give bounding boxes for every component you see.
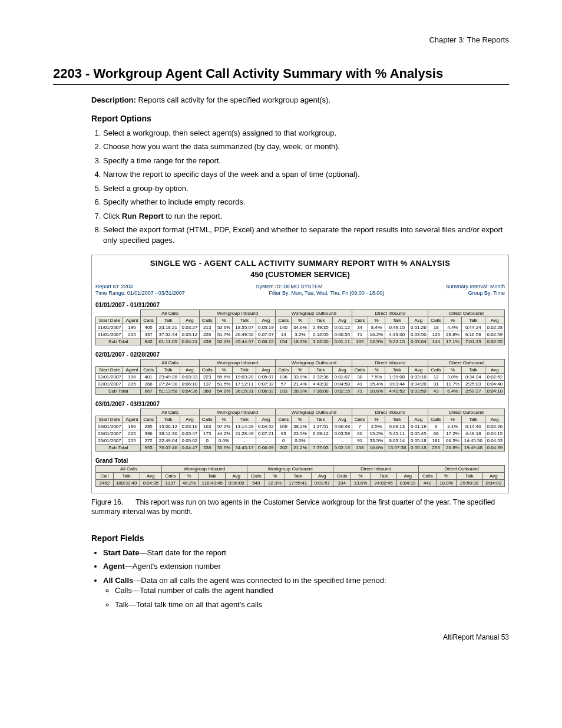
col-header: %	[444, 317, 461, 324]
col-header: Start Date	[96, 416, 123, 423]
group-header: All Calls	[141, 409, 200, 416]
group-header: Direct Inbound	[352, 409, 428, 416]
table-row: 02/01/200720526627:24:300:06:1013751.5%1…	[96, 381, 505, 388]
col-header: Talk	[456, 473, 482, 480]
field-name: Start Date	[103, 548, 139, 557]
period-table: All CallsWorkgroup InboundWorkgroup Outb…	[95, 309, 505, 345]
group-header: Workgroup Outbound	[247, 466, 333, 473]
step-1: Select a workgroup, then select agent(s)…	[103, 128, 509, 139]
col-header: Talk	[461, 416, 485, 423]
group-header: Workgroup Inbound	[161, 466, 247, 473]
col-header: Avg	[311, 473, 333, 480]
chapter-header: Chapter 3: The Reports	[53, 35, 509, 44]
page-title: 2203 - Workgroup Agent Call Activity Sum…	[53, 65, 509, 82]
group-header: Direct Inbound	[333, 466, 418, 473]
col-header: Talk	[233, 416, 256, 423]
col-header: Avg	[180, 416, 199, 423]
col-header: Agent	[123, 416, 141, 423]
group-header: Direct Inbound	[352, 360, 428, 367]
field-name: All Calls	[103, 576, 133, 585]
table-row: 01/01/200720543737:52:440:05:1222651.7%2…	[96, 331, 505, 338]
col-header: Calls	[428, 317, 444, 324]
col-header: Calls	[276, 317, 292, 324]
col-header: Agent	[123, 317, 141, 324]
col-header: Calls	[428, 416, 444, 423]
period-table: All CallsWorkgroup InboundWorkgroup Outb…	[95, 359, 505, 395]
meta-time-range: Time Range: 01/01/2007 - 03/31/2007	[95, 290, 185, 296]
group-header: Workgroup Outbound	[276, 310, 352, 317]
col-header: Calls	[247, 473, 265, 480]
col-header: Talk	[461, 317, 485, 324]
col-header: %	[215, 367, 233, 374]
col-header: Calls	[199, 317, 215, 324]
page-footer: AltiReport Manual 53	[53, 633, 509, 641]
meta-group-by: Group By: Time	[468, 290, 505, 296]
col-header: Calls	[161, 473, 179, 480]
field-item: Start Date—Start date for the report	[103, 548, 509, 558]
col-header: %	[215, 317, 233, 324]
col-header: Talk	[233, 317, 256, 324]
step-7: Click Run Report to run the report.	[103, 211, 509, 222]
col-header: Calls	[428, 367, 444, 374]
group-header: Direct Outbound	[428, 409, 505, 416]
report-figure: SINGLE WG - AGENT CALL ACTIVITY SUMMARY …	[91, 255, 509, 493]
col-header: Avg	[482, 473, 504, 480]
figure-title-1: SINGLE WG - AGENT CALL ACTIVITY SUMMARY …	[95, 259, 505, 268]
col-header: Avg	[409, 367, 428, 374]
field-name: Agent	[103, 562, 125, 571]
report-fields-heading: Report Fields	[91, 533, 509, 543]
col-header: Avg	[332, 317, 352, 324]
col-header: Talk	[385, 416, 409, 423]
col-header: Talk	[309, 317, 332, 324]
col-header: Avg	[256, 317, 276, 324]
description-line: Description: Reports call activity for t…	[91, 95, 509, 104]
table-row: 02/01/200719640123:49:280:03:3322355.6%1…	[96, 374, 505, 381]
col-header: %	[437, 473, 457, 480]
report-options-list: Select a workgroup, then select agent(s)…	[91, 128, 509, 246]
col-header: Avg	[256, 416, 276, 423]
col-header: Calls	[141, 416, 157, 423]
group-header: Direct Inbound	[352, 310, 428, 317]
group-header: All Calls	[96, 466, 162, 473]
run-report-bold: Run Report	[122, 212, 164, 220]
step-4: Narrow the report to specific days of th…	[103, 169, 509, 180]
col-header: Start Date	[96, 367, 123, 374]
col-header: Calls	[141, 317, 157, 324]
col-header: Talk	[199, 473, 226, 480]
col-header: Avg	[140, 473, 161, 480]
col-header: Calls	[199, 416, 215, 423]
col-header: Calls	[352, 367, 368, 374]
group-header: Workgroup Inbound	[199, 310, 275, 317]
col-header: Talk	[233, 367, 256, 374]
col-header: Calls	[276, 367, 292, 374]
col-header: %	[444, 367, 461, 374]
period-label: 02/01/2007 - 02/28/2007	[95, 351, 505, 358]
col-header: %	[368, 317, 385, 324]
group-header: Workgroup Outbound	[276, 409, 352, 416]
col-header: Calls	[276, 416, 292, 423]
col-header: Talk	[371, 473, 397, 480]
group-header: Workgroup Inbound	[199, 409, 275, 416]
table-row: 03/01/200720539638:12:300:05:4717544.2%2…	[96, 430, 505, 437]
col-header: %	[265, 473, 285, 480]
meta-system-id: System ID: DEMO SYSTEM	[256, 284, 322, 289]
period-label: 03/01/2007 - 03/31/2007	[95, 401, 505, 407]
col-header: Calls	[199, 367, 215, 374]
col-header: %	[179, 473, 199, 480]
meta-summary-interval: Summary Interval: Month	[445, 284, 505, 289]
col-header: Talk	[309, 416, 332, 423]
title-rule	[53, 84, 509, 85]
col-header: %	[368, 416, 385, 423]
field-subitem: Calls—Total number of calls the agent ha…	[115, 585, 509, 596]
meta-report-id: Report ID: 2203	[95, 284, 133, 289]
description-label: Description:	[91, 95, 136, 104]
group-header: Direct Outbound	[428, 310, 505, 317]
step-2: Choose how you want the data summarized …	[103, 141, 509, 152]
table-row: 01/01/200719640523:18:210:03:2721352.6%1…	[96, 324, 505, 331]
col-header: Avg	[332, 367, 352, 374]
subtotal-row: Sub Total95376:07:460:04:4733835.5%34:43…	[96, 444, 505, 452]
col-header: Talk	[156, 416, 180, 423]
col-header: Calls	[419, 473, 437, 480]
group-header: Workgroup Inbound	[199, 360, 275, 367]
col-header: Avg	[485, 416, 504, 423]
